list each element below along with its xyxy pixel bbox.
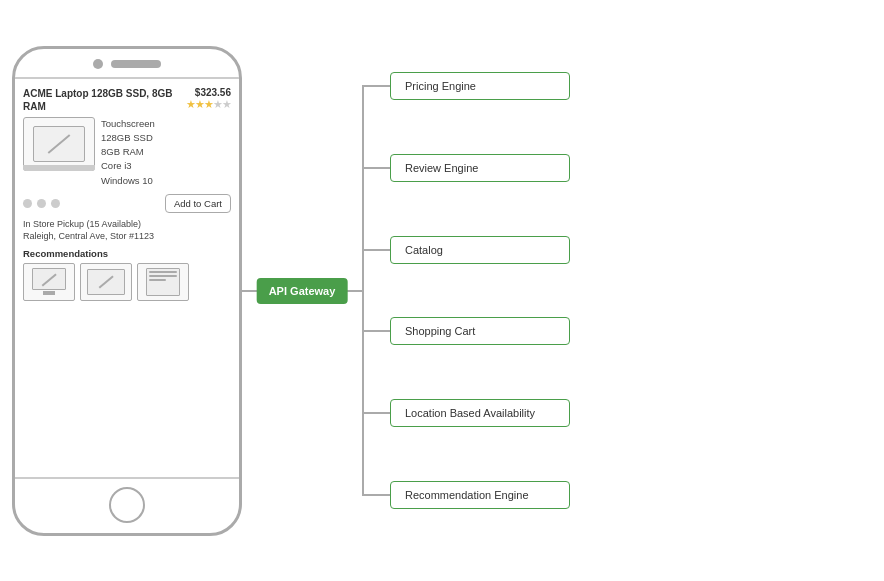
laptop-screen — [33, 126, 85, 162]
phone-top-bar — [15, 49, 239, 77]
laptop-base — [23, 165, 95, 171]
service-horizontal-line — [362, 249, 390, 251]
doc-line — [149, 271, 177, 273]
star-rating: ★★★★★ — [186, 98, 231, 111]
pickup-info: In Store Pickup (15 Available) Raleigh, … — [23, 218, 231, 243]
service-row: Recommendation Engine — [362, 454, 872, 536]
rec-monitor-item — [23, 263, 75, 301]
diagram-container: ACME Laptop 128GB SSD, 8GB RAM $323.56 ★… — [12, 46, 872, 536]
carousel-dot — [37, 199, 46, 208]
add-to-cart-button[interactable]: Add to Cart — [165, 194, 231, 213]
service-row: Location Based Availability — [362, 372, 872, 454]
service-row: Review Engine — [362, 127, 872, 209]
api-gateway-box: API Gateway — [257, 278, 348, 304]
product-title: ACME Laptop 128GB SSD, 8GB RAM — [23, 87, 186, 113]
product-body: Touchscreen 128GB SSD 8GB RAM Core i3 Wi… — [23, 117, 231, 188]
service-box-catalog: Catalog — [390, 236, 570, 264]
monitor-icon — [32, 268, 66, 295]
service-row: Catalog — [362, 209, 872, 291]
rec-doc-item — [137, 263, 189, 301]
carousel-controls: Add to Cart — [23, 194, 231, 213]
rec-laptop-item — [80, 263, 132, 301]
monitor-screen — [32, 268, 66, 290]
doc-line — [149, 275, 177, 277]
laptop-slash-icon — [48, 134, 71, 154]
phone-mockup: ACME Laptop 128GB SSD, 8GB RAM $323.56 ★… — [12, 46, 242, 536]
service-row: Pricing Engine — [362, 46, 872, 128]
carousel-dot — [23, 199, 32, 208]
product-header: ACME Laptop 128GB SSD, 8GB RAM $323.56 ★… — [23, 87, 231, 113]
document-icon — [146, 268, 180, 296]
services-area: Pricing Engine Review Engine Catalog Sho… — [362, 46, 872, 536]
laptop-slash-small — [99, 276, 114, 289]
home-button[interactable] — [109, 487, 145, 523]
service-box-recommendation-engine: Recommendation Engine — [390, 481, 570, 509]
doc-line — [149, 279, 166, 281]
recommendations-row — [23, 263, 231, 301]
monitor-base — [43, 291, 55, 295]
product-specs: Touchscreen 128GB SSD 8GB RAM Core i3 Wi… — [101, 117, 155, 188]
recommendations-label: Recommendations — [23, 248, 231, 259]
product-price-stars: $323.56 ★★★★★ — [186, 87, 231, 111]
speaker-icon — [111, 60, 161, 68]
service-box-shopping-cart: Shopping Cart — [390, 317, 570, 345]
service-horizontal-line — [362, 494, 390, 496]
service-row: Shopping Cart — [362, 291, 872, 373]
service-horizontal-line — [362, 167, 390, 169]
camera-icon — [93, 59, 103, 69]
product-price: $323.56 — [186, 87, 231, 98]
phone-bottom-bar — [15, 479, 239, 533]
service-horizontal-line — [362, 330, 390, 332]
phone-screen: ACME Laptop 128GB SSD, 8GB RAM $323.56 ★… — [15, 77, 239, 479]
service-box-location-availability: Location Based Availability — [390, 399, 570, 427]
service-box-pricing-engine: Pricing Engine — [390, 72, 570, 100]
service-box-review-engine: Review Engine — [390, 154, 570, 182]
laptop-icon-small — [87, 269, 125, 295]
monitor-slash — [42, 273, 57, 286]
carousel-dot — [51, 199, 60, 208]
product-image-laptop — [23, 117, 95, 171]
connector-area: API Gateway — [242, 46, 362, 536]
service-horizontal-line — [362, 85, 390, 87]
service-horizontal-line — [362, 412, 390, 414]
